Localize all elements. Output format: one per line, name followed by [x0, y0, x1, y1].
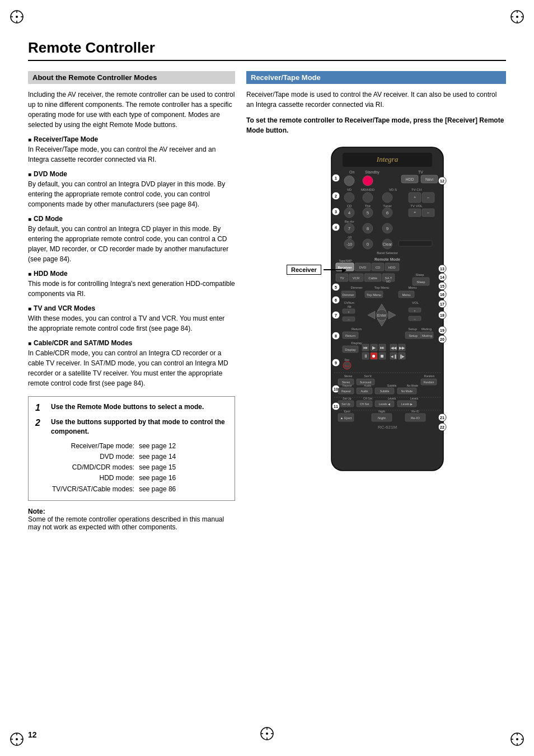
- right-section-heading: Receiver/Tape Mode: [246, 71, 506, 84]
- svg-text:6: 6: [386, 210, 389, 215]
- svg-text:13: 13: [440, 267, 444, 271]
- svg-text:No Mode: No Mode: [407, 384, 419, 387]
- svg-text:Random: Random: [424, 381, 434, 384]
- svg-text:On: On: [349, 170, 354, 174]
- svg-text:RC-621M: RC-621M: [378, 425, 397, 430]
- step-1: 1 Use the Remote Mode buttons to select …: [35, 402, 228, 413]
- svg-text:16: 16: [440, 293, 444, 297]
- svg-text:Return: Return: [345, 334, 355, 337]
- svg-text:CD: CD: [376, 266, 381, 269]
- step-1-text: Use the Remote Mode buttons to select a …: [51, 402, 204, 412]
- svg-text:Navi: Navi: [425, 177, 433, 181]
- svg-text:–: –: [427, 195, 429, 199]
- svg-text:TV: TV: [418, 170, 423, 174]
- mode-tv-vcr-heading: TV and VCR Modes: [28, 304, 235, 312]
- detail-mode-receiver: Receiver/Tape mode:: [51, 441, 138, 452]
- svg-text:9: 9: [386, 226, 389, 231]
- svg-text:Night: Night: [378, 416, 386, 420]
- mode-cd-text: By default, you can control an Integra C…: [28, 224, 235, 264]
- svg-text:Re-IO: Re-IO: [411, 416, 420, 420]
- svg-text:HDD: HDD: [388, 266, 396, 269]
- svg-text:CH Set: CH Set: [363, 397, 373, 400]
- svg-text:+: +: [414, 210, 416, 214]
- svg-text:Surr'd: Surr'd: [364, 374, 371, 378]
- svg-text:VD: VD: [347, 188, 352, 191]
- svg-text:Levels: Levels: [410, 397, 419, 400]
- remote-svg-container: Integra On Standby TV HDD Navi: [326, 144, 466, 476]
- svg-text:Re-Air: Re-Air: [344, 220, 354, 223]
- detail-mode-cd: CD/MD/CDR modes:: [51, 462, 138, 473]
- svg-rect-89: [399, 241, 432, 246]
- remote-svg: Integra On Standby TV HDD Navi: [326, 144, 449, 475]
- svg-text:Enter: Enter: [377, 313, 387, 317]
- svg-text:TV CH: TV CH: [411, 188, 421, 191]
- svg-text:Band Selector: Band Selector: [377, 251, 398, 255]
- step-2: 2 Use the buttons supported by that mode…: [35, 417, 228, 436]
- svg-text:Rec: Rec: [345, 364, 350, 368]
- receiver-label-group: Receiver ▶: [287, 265, 346, 275]
- svg-text:Setup: Setup: [408, 327, 417, 331]
- svg-text:⏸: ⏸: [363, 354, 368, 359]
- two-column-layout: About the Remote Controller Modes Includ…: [28, 71, 506, 531]
- svg-point-50: [382, 192, 392, 203]
- mode-tv-vcr-text: With these modes, you can control a TV a…: [28, 313, 235, 334]
- svg-text:Thtr: Thtr: [365, 204, 371, 208]
- svg-text:CH Set: CH Set: [360, 402, 369, 406]
- svg-text:Repeat: Repeat: [341, 389, 351, 393]
- mode-cable-cdr-text: In Cable/CDR mode, you can control an In…: [28, 348, 235, 388]
- svg-text:10: 10: [334, 387, 338, 391]
- svg-text:–: –: [427, 210, 429, 214]
- svg-text:11: 11: [334, 405, 338, 408]
- svg-text:◀▐: ◀▐: [391, 354, 396, 359]
- right-column: Receiver/Tape Mode Receiver/Tape mode is…: [246, 71, 506, 531]
- svg-text:Levels ▶: Levels ▶: [401, 402, 413, 406]
- svg-point-25: [266, 732, 268, 735]
- svg-text:Repeat: Repeat: [343, 384, 352, 387]
- svg-text:+: +: [414, 309, 416, 312]
- svg-text:Tuner: Tuner: [383, 204, 391, 208]
- main-content: Remote Controller About the Remote Contr…: [28, 39, 506, 531]
- svg-text:Rec: Rec: [345, 358, 350, 361]
- svg-text:19: 19: [440, 328, 444, 332]
- svg-text:Top Menu: Top Menu: [374, 286, 389, 289]
- svg-text:Alb: Alb: [347, 305, 351, 308]
- svg-text:1: 1: [335, 176, 337, 180]
- svg-text:6: 6: [335, 298, 337, 302]
- receiver-label-box: Receiver: [287, 265, 321, 275]
- corner-mark-br: [509, 731, 526, 748]
- svg-text:CD: CD: [347, 204, 352, 208]
- svg-text:4: 4: [335, 226, 337, 229]
- receiver-label: Receiver ▶: [287, 265, 346, 275]
- svg-text:21: 21: [440, 416, 444, 420]
- svg-text:-10: -10: [346, 242, 352, 246]
- svg-text:Display: Display: [351, 341, 362, 345]
- svg-text:⏺: ⏺: [372, 354, 376, 359]
- svg-point-19: [516, 738, 518, 740]
- mode-dvd-heading: DVD Mode: [28, 170, 235, 178]
- svg-point-7: [516, 16, 518, 18]
- svg-text:20: 20: [440, 337, 444, 341]
- svg-text:Menu: Menu: [402, 293, 410, 297]
- bottom-center-mark: [259, 725, 275, 744]
- detail-row-tv: TV/VCR/SAT/Cable modes: see page 86: [51, 484, 177, 495]
- svg-text:Cable: Cable: [368, 276, 377, 280]
- receiver-arrow-line: ▶: [324, 269, 346, 270]
- svg-text:-10: -10: [347, 236, 352, 239]
- svg-text:7: 7: [348, 226, 351, 231]
- svg-text:14: 14: [440, 275, 444, 279]
- svg-text:Ch/Num: Ch/Num: [344, 301, 354, 304]
- svg-text:–: –: [348, 318, 350, 321]
- svg-text:0: 0: [367, 242, 369, 247]
- svg-text:Levels: Levels: [388, 397, 396, 400]
- remote-container: Receiver ▶ Integra: [246, 144, 506, 476]
- svg-text:Setup: Setup: [409, 334, 418, 337]
- svg-text:22: 22: [440, 425, 444, 429]
- svg-text:HDD: HDD: [405, 177, 414, 181]
- detail-row-dvd: DVD mode: see page 14: [51, 452, 177, 462]
- svg-text:Standby: Standby: [365, 170, 380, 175]
- svg-point-37: [363, 176, 373, 186]
- svg-text:12: 12: [440, 179, 444, 183]
- svg-text:8: 8: [335, 334, 337, 338]
- detail-mode-tv: TV/VCR/SAT/Cable modes:: [51, 484, 138, 495]
- svg-text:Dimmer: Dimmer: [343, 293, 354, 297]
